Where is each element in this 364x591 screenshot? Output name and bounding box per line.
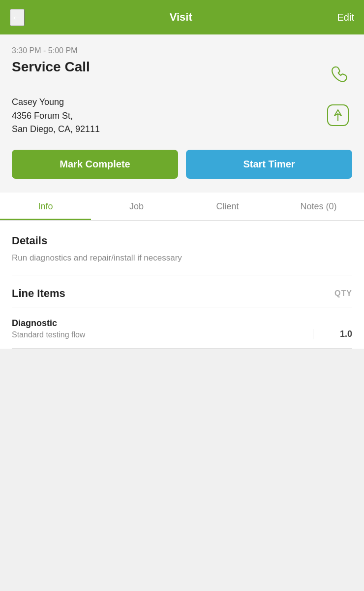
edit-button[interactable]: Edit (337, 12, 354, 23)
qty-header: QTY (334, 289, 352, 298)
tab-job[interactable]: Job (91, 193, 182, 220)
line-item-qty: 1.0 (340, 329, 352, 339)
address-block: Casey Young 4356 Forum St, San Diego, CA… (12, 97, 100, 136)
line-items-section: Line Items QTY Diagnostic Standard testi… (12, 287, 352, 349)
table-row: Diagnostic Standard testing flow 1.0 (12, 307, 352, 349)
visit-card: 3:30 PM - 5:00 PM Service Call Casey You… (0, 34, 364, 193)
qty-label: QTY (334, 289, 352, 298)
details-section: Details Run diagnostics and repair/insta… (12, 234, 352, 263)
navigate-icon (326, 103, 350, 128)
app-header: ← Visit Edit (0, 0, 364, 34)
tabs-bar: Info Job Client Notes (0) (0, 193, 364, 221)
line-item-name: Diagnostic (12, 318, 85, 328)
content-area: Details Run diagnostics and repair/insta… (0, 221, 364, 349)
address-line1: 4356 Forum St, (12, 109, 100, 123)
tab-client[interactable]: Client (182, 193, 273, 220)
line-items-header: Line Items QTY (12, 287, 352, 307)
client-name: Casey Young (12, 97, 100, 107)
line-items-title: Line Items (12, 287, 65, 300)
details-description: Run diagnostics and repair/install if ne… (12, 253, 352, 263)
back-button[interactable]: ← (10, 9, 25, 26)
page-title: Visit (170, 11, 192, 24)
start-timer-button[interactable]: Start Timer (186, 150, 352, 179)
phone-icon (329, 63, 350, 85)
service-title-row: Service Call (12, 59, 352, 88)
tab-notes[interactable]: Notes (0) (273, 193, 364, 220)
details-title: Details (12, 234, 352, 247)
tab-info[interactable]: Info (0, 193, 91, 220)
line-item-qty-col: 1.0 (313, 329, 352, 339)
address-row: Casey Young 4356 Forum St, San Diego, CA… (12, 97, 352, 136)
section-divider (12, 275, 352, 275)
navigate-button[interactable] (324, 101, 352, 131)
phone-button[interactable] (327, 61, 352, 88)
service-type: Service Call (12, 59, 90, 75)
line-item-info: Diagnostic Standard testing flow (12, 318, 85, 339)
address-line2: San Diego, CA, 92111 (12, 123, 100, 136)
mark-complete-button[interactable]: Mark Complete (12, 150, 178, 179)
time-range: 3:30 PM - 5:00 PM (12, 46, 352, 55)
line-item-sub: Standard testing flow (12, 330, 85, 339)
action-buttons: Mark Complete Start Timer (12, 150, 352, 179)
